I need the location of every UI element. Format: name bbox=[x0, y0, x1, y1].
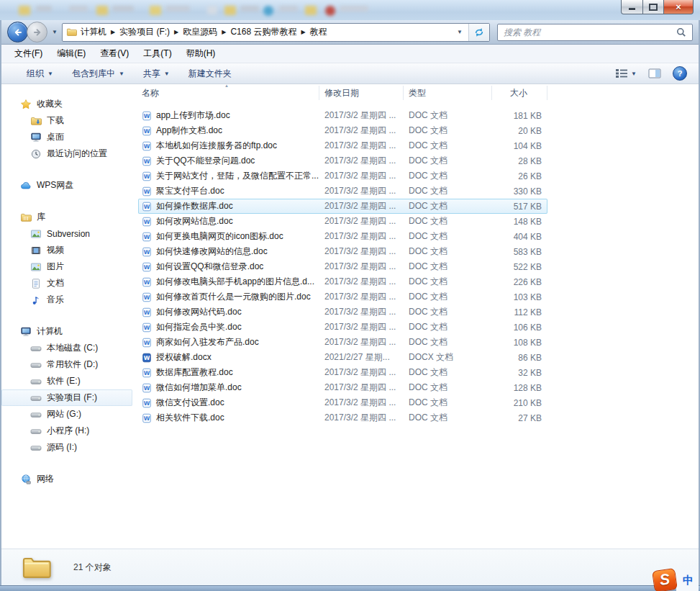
drive-icon bbox=[30, 442, 42, 454]
toolbar-button-组织[interactable]: 组织▼ bbox=[17, 65, 63, 83]
table-row[interactable]: 如何操作数据库.doc2017/3/2 星期四 ...DOC 文档517 KB bbox=[138, 199, 547, 214]
breadcrumb-item[interactable]: 欧皇源码 bbox=[179, 26, 221, 38]
doc-file-icon bbox=[142, 141, 152, 151]
table-row[interactable]: 如何设置QQ和微信登录.doc2017/3/2 星期四 ...DOC 文档522… bbox=[138, 259, 547, 274]
views-button[interactable]: ▼ bbox=[615, 68, 637, 78]
column-header-类型[interactable]: 类型 bbox=[404, 86, 492, 100]
sidebar-item-网站 (G:)[interactable]: 网站 (G:) bbox=[1, 406, 138, 423]
column-header-修改日期[interactable]: 修改日期 bbox=[319, 86, 404, 100]
sidebar-item-网络[interactable]: 网络 bbox=[1, 471, 138, 487]
table-row[interactable]: 如何修改网站代码.doc2017/3/2 星期四 ...DOC 文档112 KB bbox=[138, 304, 547, 320]
table-row[interactable]: 相关软件下载.doc2017/3/2 星期四 ...DOC 文档27 KB bbox=[138, 410, 547, 425]
minimize-button[interactable] bbox=[621, 0, 643, 14]
breadcrumb-item[interactable]: C168 云购带教程 bbox=[227, 26, 300, 38]
menu-item[interactable]: 查看(V) bbox=[93, 45, 136, 62]
table-row[interactable]: 商家如何入驻发布产品.doc2017/3/2 星期四 ...DOC 文档108 … bbox=[138, 335, 547, 350]
sidebar-item-下载[interactable]: 下载 bbox=[1, 112, 138, 129]
sidebar-item-本地磁盘 (C:)[interactable]: 本地磁盘 (C:) bbox=[1, 340, 138, 356]
file-size-cell: 103 KB bbox=[492, 292, 547, 302]
sidebar-item-文档[interactable]: 文档 bbox=[1, 275, 138, 292]
table-row[interactable]: 微信如何增加菜单.doc2017/3/2 星期四 ...DOC 文档128 KB bbox=[138, 380, 547, 395]
forward-button[interactable] bbox=[27, 22, 47, 42]
table-row[interactable]: 关于QQ不能登录问题.doc2017/3/2 星期四 ...DOC 文档28 K… bbox=[138, 153, 547, 168]
table-row[interactable]: 如何修改电脑头部手机app的图片信息.d...2017/3/2 星期四 ...D… bbox=[138, 274, 547, 289]
back-button[interactable] bbox=[7, 22, 28, 42]
file-name: app上传到市场.doc bbox=[156, 109, 230, 122]
forward-arrow-icon bbox=[32, 27, 43, 38]
sidebar-item-label: 软件 (E:) bbox=[47, 375, 81, 387]
preview-pane-button[interactable] bbox=[648, 68, 661, 78]
sidebar-item-源码 (I:)[interactable]: 源码 (I:) bbox=[1, 439, 138, 456]
search-icon[interactable] bbox=[676, 27, 687, 38]
close-button[interactable]: × bbox=[663, 0, 694, 14]
toolbar-button-包含到库中[interactable]: 包含到库中▼ bbox=[63, 65, 134, 83]
table-row[interactable]: 如何快速修改网站的信息.doc2017/3/2 星期四 ...DOC 文档583… bbox=[138, 244, 547, 259]
menu-item[interactable]: 工具(T) bbox=[136, 45, 178, 62]
sidebar-item-最近访问的位置[interactable]: 最近访问的位置 bbox=[1, 145, 138, 162]
sidebar-item-计算机[interactable]: 计算机 bbox=[1, 323, 138, 340]
table-row[interactable]: 如何指定会员中奖.doc2017/3/2 星期四 ...DOC 文档106 KB bbox=[138, 320, 547, 335]
table-row[interactable]: 如何改网站信息.doc2017/3/2 星期四 ...DOC 文档148 KB bbox=[138, 214, 547, 229]
navigation-pane: 收藏夹下载桌面最近访问的位置WPS网盘库Subversion视频图片文档音乐计算… bbox=[1, 84, 138, 549]
sidebar-item-收藏夹[interactable]: 收藏夹 bbox=[1, 96, 138, 112]
table-row[interactable]: app上传到市场.doc2017/3/2 星期四 ...DOC 文档181 KB bbox=[138, 108, 547, 123]
file-size-cell: 86 KB bbox=[492, 353, 547, 363]
table-row[interactable]: 聚宝支付平台.doc2017/3/2 星期四 ...DOC 文档330 KB bbox=[138, 184, 547, 199]
file-list-pane: ▲ 名称修改日期类型大小 app上传到市场.doc2017/3/2 星期四 ..… bbox=[138, 84, 699, 549]
file-date-cell: 2017/3/2 星期四 ... bbox=[319, 155, 404, 167]
breadcrumb-item[interactable]: 计算机 bbox=[77, 26, 110, 38]
menu-item[interactable]: 文件(F) bbox=[7, 45, 50, 62]
file-size-cell: 32 KB bbox=[492, 368, 547, 378]
sidebar-item-库[interactable]: 库 bbox=[1, 209, 138, 225]
breadcrumb-item[interactable]: 教程 bbox=[306, 26, 331, 38]
doc-file-icon bbox=[142, 217, 152, 227]
sidebar-item-小程序 (H:)[interactable]: 小程序 (H:) bbox=[1, 423, 138, 439]
breadcrumb-item[interactable]: 实验项目 (F:) bbox=[116, 26, 173, 38]
sidebar-item-图片[interactable]: 图片 bbox=[1, 258, 138, 275]
file-name: 如何更换电脑网页的icon图标.doc bbox=[156, 230, 283, 243]
sidebar-item-软件 (E:)[interactable]: 软件 (E:) bbox=[1, 373, 138, 389]
sidebar-item-音乐[interactable]: 音乐 bbox=[1, 292, 138, 308]
sidebar-item-label: 计算机 bbox=[37, 325, 63, 338]
table-row[interactable]: 本地机如何连接服务器的ftp.doc2017/3/2 星期四 ...DOC 文档… bbox=[138, 138, 547, 153]
sidebar-item-常用软件 (D:)[interactable]: 常用软件 (D:) bbox=[1, 356, 138, 373]
table-row[interactable]: 关于网站支付，登陆，及微信配置不正常...2017/3/2 星期四 ...DOC… bbox=[138, 168, 547, 184]
search-input[interactable] bbox=[498, 26, 676, 39]
sidebar-item-Subversion[interactable]: Subversion bbox=[1, 225, 138, 242]
sogou-logo-icon[interactable]: S bbox=[652, 568, 678, 591]
folder-icon bbox=[20, 552, 52, 582]
toolbar-button-新建文件夹[interactable]: 新建文件夹 bbox=[179, 65, 241, 83]
window-titlebar[interactable]: × bbox=[0, 0, 700, 21]
menu-item[interactable]: 帮助(H) bbox=[179, 45, 223, 62]
sidebar-item-实验项目 (F:)[interactable]: 实验项目 (F:) bbox=[1, 389, 132, 406]
file-size-cell: 404 KB bbox=[492, 232, 547, 242]
column-header-大小[interactable]: 大小 bbox=[492, 86, 547, 100]
file-name-cell: 如何修改网站代码.doc bbox=[138, 306, 319, 318]
sidebar-item-WPS网盘[interactable]: WPS网盘 bbox=[1, 177, 138, 194]
table-row[interactable]: 数据库配置教程.doc2017/3/2 星期四 ...DOC 文档32 KB bbox=[138, 365, 547, 380]
table-row[interactable]: App制作文档.doc2017/3/2 星期四 ...DOC 文档20 KB bbox=[138, 123, 547, 138]
recent-pages-dropdown[interactable]: ▼ bbox=[52, 29, 58, 35]
help-button[interactable]: ? bbox=[673, 66, 687, 81]
titlebar-blob bbox=[112, 6, 134, 12]
table-row[interactable]: 授权破解.docx2021/2/27 星期...DOCX 文档86 KB bbox=[138, 350, 547, 365]
address-dropdown-arrow[interactable]: ▼ bbox=[451, 24, 468, 41]
maximize-button[interactable] bbox=[642, 0, 664, 14]
doc-file-icon bbox=[142, 322, 152, 333]
sidebar-item-桌面[interactable]: 桌面 bbox=[1, 129, 138, 145]
column-header-名称[interactable]: 名称 bbox=[138, 86, 319, 100]
ime-indicator[interactable]: S 中 bbox=[653, 569, 699, 591]
table-row[interactable]: 微信支付设置.doc2017/3/2 星期四 ...DOC 文档210 KB bbox=[138, 395, 547, 410]
file-name-cell: 授权破解.docx bbox=[138, 351, 319, 364]
titlebar-blob bbox=[340, 6, 368, 12]
toolbar-button-共享[interactable]: 共享▼ bbox=[134, 65, 179, 83]
ime-mode-chinese[interactable]: 中 bbox=[676, 570, 699, 591]
sidebar-item-label: 桌面 bbox=[47, 131, 64, 143]
refresh-button[interactable] bbox=[468, 24, 489, 41]
table-row[interactable]: 如何修改首页什么是一元微购的图片.doc2017/3/2 星期四 ...DOC … bbox=[138, 289, 547, 304]
table-row[interactable]: 如何更换电脑网页的icon图标.doc2017/3/2 星期四 ...DOC 文… bbox=[138, 229, 547, 244]
address-bar[interactable]: 计算机▶实验项目 (F:)▶欧皇源码▶C168 云购带教程▶教程 ▼ bbox=[62, 23, 490, 42]
menu-item[interactable]: 编辑(E) bbox=[50, 45, 93, 62]
drive-icon bbox=[30, 425, 42, 437]
sidebar-item-视频[interactable]: 视频 bbox=[1, 242, 138, 258]
